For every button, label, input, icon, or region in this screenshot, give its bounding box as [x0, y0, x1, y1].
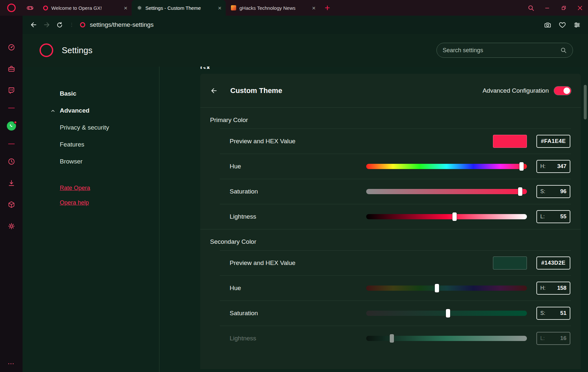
close-button[interactable]	[572, 0, 588, 16]
new-tab-button[interactable]: +	[320, 0, 335, 16]
gx-corner-button[interactable]	[23, 0, 38, 16]
search-button[interactable]	[523, 0, 539, 16]
slider-thumb[interactable]	[390, 334, 394, 343]
advanced-config-label: Advanced Configuration	[482, 87, 549, 94]
history-clock-icon[interactable]	[7, 157, 16, 166]
value-number: 51	[560, 310, 566, 317]
value-prefix: S:	[540, 189, 545, 194]
secondary-saturation-row: Saturation S: 51	[200, 301, 581, 326]
page-scrollbar[interactable]	[584, 85, 587, 119]
settings-gear-icon[interactable]	[7, 222, 16, 230]
secondary-color-swatch[interactable]	[493, 256, 527, 270]
sidebar-item-browser[interactable]: Browser	[23, 153, 159, 170]
opera-gx-logo[interactable]	[0, 0, 23, 16]
primary-saturation-value-box[interactable]: S: 96	[536, 185, 570, 198]
back-arrow-icon	[210, 87, 218, 95]
primary-hue-row: Hue H: 347	[200, 154, 581, 179]
search-settings-box[interactable]	[436, 43, 573, 58]
secondary-saturation-slider[interactable]	[366, 311, 527, 316]
primary-color-swatch[interactable]	[493, 135, 527, 148]
back-button[interactable]	[30, 21, 38, 29]
secondary-lightness-value-box[interactable]: L: 16	[536, 332, 570, 345]
secondary-saturation-value-box[interactable]: S: 51	[536, 307, 570, 320]
tab-close-icon[interactable]: ×	[123, 5, 128, 11]
gx-corner-gauge-icon[interactable]	[7, 43, 16, 52]
sidebar-item-basic[interactable]: Basic	[23, 85, 159, 102]
sidebar-item-label: Features	[60, 141, 84, 148]
url-text: settings/theme-settings	[90, 21, 154, 28]
rate-opera-link[interactable]: Rate Opera	[23, 181, 159, 195]
sidebar-item-label: Basic	[60, 90, 76, 97]
tab-close-icon[interactable]: ×	[311, 5, 317, 11]
primary-lightness-slider[interactable]	[366, 214, 527, 219]
sidebar-item-label: Browser	[60, 158, 83, 165]
sidebar-item-privacy-security[interactable]: Privacy & security	[23, 119, 159, 136]
primary-saturation-slider[interactable]	[366, 189, 527, 194]
snapshot-button[interactable]	[544, 21, 551, 29]
hex-value: #FA1E4E	[541, 138, 566, 145]
forward-button[interactable]	[43, 21, 51, 29]
restore-icon	[561, 5, 566, 11]
primary-hue-value-box[interactable]: H: 347	[536, 160, 570, 173]
briefcase-icon[interactable]	[7, 65, 16, 73]
primary-saturation-row: Saturation S: 96	[200, 179, 581, 204]
bookmarks-button[interactable]	[559, 21, 566, 29]
tab-settings[interactable]: Settings - Custom Theme ×	[132, 0, 226, 16]
primary-hex-box[interactable]: #FA1E4E	[536, 135, 570, 148]
reload-button[interactable]	[56, 21, 63, 29]
whatsapp-icon[interactable]	[7, 121, 16, 131]
back-button[interactable]	[210, 87, 218, 95]
downloads-icon[interactable]	[7, 179, 16, 187]
row-label: Preview and HEX Value	[230, 138, 493, 145]
primary-lightness-value-box[interactable]: L: 55	[536, 210, 570, 223]
extensions-cube-icon[interactable]	[7, 200, 16, 209]
secondary-lightness-slider[interactable]	[366, 336, 527, 341]
opera-settings-logo-icon	[40, 43, 53, 57]
toolbar-right-icons	[544, 21, 581, 29]
gear-favicon-icon	[137, 5, 142, 10]
advanced-config-toggle[interactable]	[554, 86, 571, 95]
forward-arrow-icon	[43, 21, 51, 29]
more-dots-icon[interactable]: ⋯	[8, 360, 15, 372]
secondary-hue-row: Hue H: 158	[200, 275, 581, 301]
primary-hue-slider[interactable]	[366, 164, 527, 169]
site-opera-badge-icon	[80, 22, 85, 27]
search-settings-input[interactable]	[443, 47, 560, 54]
row-label: Lightness	[230, 213, 366, 220]
sidebar-item-features[interactable]: Features	[23, 136, 159, 153]
section-kicker: GX	[200, 67, 588, 69]
easy-setup-button[interactable]	[573, 21, 581, 29]
tab-bar: Welcome to Opera GX! × Settings - Custom…	[0, 0, 588, 16]
slider-thumb[interactable]	[452, 212, 457, 221]
tab-close-icon[interactable]: ×	[217, 5, 222, 11]
opera-help-link[interactable]: Opera help	[23, 196, 159, 209]
tab-ghacks[interactable]: gHacks Technology News ×	[226, 0, 320, 16]
slider-thumb[interactable]	[446, 309, 450, 318]
minimize-icon	[544, 5, 550, 11]
row-label: Lightness	[230, 335, 366, 342]
value-prefix: H:	[540, 163, 546, 169]
secondary-hex-box[interactable]: #143D2E	[536, 256, 570, 270]
close-icon	[577, 5, 583, 11]
sidebar-item-label: Privacy & security	[60, 124, 109, 131]
twitch-icon[interactable]	[7, 86, 16, 95]
slider-thumb[interactable]	[518, 187, 522, 196]
settings-sidebar: Basic Advanced Privacy & security Featur…	[23, 67, 159, 372]
secondary-hue-slider[interactable]	[366, 286, 527, 291]
value-prefix: L:	[540, 214, 545, 220]
minimize-button[interactable]	[539, 0, 555, 16]
address-field[interactable]: settings/theme-settings	[80, 21, 539, 28]
sidebar-rail: ⋯	[0, 16, 23, 372]
slider-thumb[interactable]	[435, 284, 439, 292]
sidebar-item-advanced[interactable]: Advanced	[23, 102, 159, 119]
maximize-button[interactable]	[555, 0, 572, 16]
toggle-knob	[564, 87, 570, 94]
slider-thumb[interactable]	[519, 162, 524, 171]
value-number: 158	[557, 285, 566, 291]
secondary-hue-value-box[interactable]: H: 158	[536, 282, 570, 295]
search-icon	[560, 47, 567, 54]
sidebar-item-label: Advanced	[60, 107, 90, 114]
tab-welcome[interactable]: Welcome to Opera GX! ×	[38, 0, 132, 16]
opera-gx-logo-icon	[7, 4, 16, 12]
search-icon	[528, 5, 534, 11]
